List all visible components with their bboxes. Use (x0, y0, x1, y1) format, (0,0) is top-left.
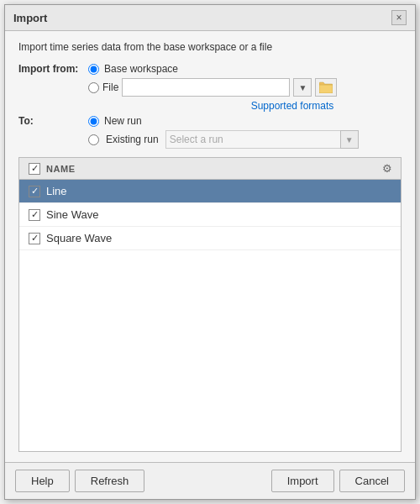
table-row[interactable]: ✓ Line (19, 180, 401, 203)
row-name: Square Wave (46, 232, 397, 244)
file-input[interactable] (122, 78, 290, 97)
dialog-title: Import (13, 12, 47, 24)
refresh-button[interactable]: Refresh (75, 470, 145, 492)
help-button[interactable]: Help (15, 470, 70, 492)
row-check-cell: ✓ (23, 186, 46, 197)
formats-line: Supported formats (88, 100, 335, 112)
file-row-group: File ▼ (88, 78, 337, 97)
table-row[interactable]: ✓ Square Wave (19, 227, 401, 250)
import-dialog: Import × Import time series data from th… (4, 4, 416, 500)
header-checkbox[interactable]: ✓ (29, 163, 40, 175)
title-bar: Import × (5, 5, 415, 31)
row-check-cell: ✓ (23, 209, 46, 221)
new-run-row: New run (88, 115, 359, 127)
import-from-label: Import from: (18, 63, 81, 75)
file-dropdown-button[interactable]: ▼ (293, 78, 312, 97)
footer-left: Help Refresh (15, 470, 144, 492)
existing-run-row: Existing run Select a run ▼ (88, 130, 359, 149)
file-radio[interactable] (88, 82, 99, 93)
folder-button[interactable] (315, 78, 337, 97)
folder-icon (319, 81, 333, 93)
row-name: Sine Wave (46, 208, 397, 221)
table-body: ✓ Line ✓ Sine Wave ✓ Square Wave (19, 180, 401, 451)
file-label: File (102, 81, 118, 93)
existing-run-radio[interactable] (88, 134, 99, 145)
dialog-body: Import time series data from the base wo… (5, 31, 415, 462)
header-name-cell: NAME (46, 164, 377, 174)
cancel-button[interactable]: Cancel (339, 470, 405, 492)
base-workspace-label: Base workspace (104, 63, 178, 75)
to-label: To: (18, 115, 81, 127)
import-from-section: Import from: Base workspace File ▼ (18, 63, 402, 112)
row-checkbox[interactable]: ✓ (29, 233, 40, 244)
dialog-description: Import time series data from the base wo… (18, 41, 402, 53)
table-header: ✓ NAME ⚙ (19, 158, 401, 180)
items-table: ✓ NAME ⚙ ✓ Line ✓ Sine Wave (18, 157, 402, 452)
row-checkbox[interactable]: ✓ (29, 209, 40, 221)
import-button[interactable]: Import (271, 470, 334, 492)
to-section: To: New run Existing run Select a run ▼ (18, 115, 402, 149)
header-check-cell: ✓ (23, 163, 46, 175)
supported-formats-link[interactable]: Supported formats (251, 100, 336, 112)
base-workspace-row: Base workspace (88, 63, 337, 75)
row-name: Line (46, 185, 397, 197)
base-workspace-radio[interactable] (88, 64, 99, 75)
existing-run-label: Existing run (106, 134, 159, 145)
close-button[interactable]: × (391, 10, 407, 25)
row-checkbox[interactable]: ✓ (29, 186, 40, 197)
dialog-footer: Help Refresh Import Cancel (5, 462, 415, 499)
footer-right: Import Cancel (271, 470, 405, 492)
gear-icon[interactable]: ⚙ (377, 162, 397, 175)
new-run-label: New run (104, 115, 142, 127)
run-select[interactable]: Select a run (165, 130, 359, 149)
new-run-radio[interactable] (88, 116, 99, 127)
row-check-cell: ✓ (23, 233, 46, 244)
table-row[interactable]: ✓ Sine Wave (19, 203, 401, 227)
